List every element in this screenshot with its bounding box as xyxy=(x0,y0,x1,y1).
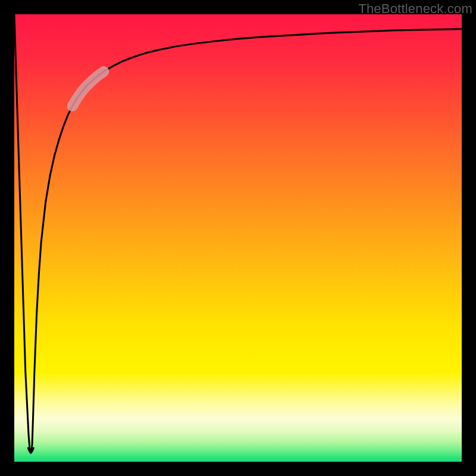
gradient-background xyxy=(14,14,462,462)
chart-frame: TheBottleneck.com xyxy=(0,0,476,476)
bottleneck-chart xyxy=(14,14,462,462)
plot-area xyxy=(14,14,462,462)
watermark-text: TheBottleneck.com xyxy=(358,1,472,17)
